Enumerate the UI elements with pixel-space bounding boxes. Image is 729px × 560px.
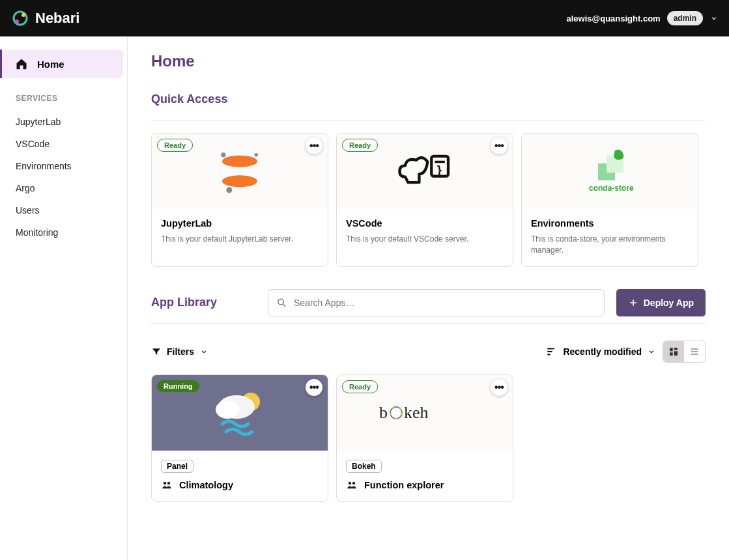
sidebar-section-label: SERVICES: [0, 90, 127, 111]
more-button[interactable]: •••: [491, 137, 507, 154]
quick-access-title: Quick Access: [151, 92, 706, 106]
svg-point-23: [164, 481, 167, 484]
svg-point-4: [222, 175, 257, 187]
svg-point-22: [216, 400, 239, 419]
bokeh-icon: b keh: [379, 400, 470, 426]
sidebar-item-users[interactable]: Users: [0, 199, 127, 221]
product-logo[interactable]: Nebari: [10, 8, 79, 28]
grid-icon: [668, 346, 679, 357]
card-title: Environments: [531, 218, 689, 229]
search-field[interactable]: [268, 289, 605, 316]
filters-label: Filters: [167, 346, 194, 357]
framework-tag: Bokeh: [346, 460, 382, 473]
sidebar-item-argo[interactable]: Argo: [0, 177, 127, 199]
card-desc: This is your default JupyterLab server.: [161, 234, 319, 245]
weather-icon: [204, 384, 276, 442]
svg-point-1: [15, 20, 19, 23]
quick-card-environments[interactable]: conda-store Environments This is conda-s…: [521, 133, 698, 267]
deploy-app-button[interactable]: Deploy App: [616, 289, 706, 316]
sidebar-item-environments[interactable]: Environments: [0, 155, 127, 177]
search-icon: [276, 297, 287, 309]
svg-point-24: [167, 481, 171, 484]
quick-access-row: Ready ••• JupyterLab This is your defaul…: [151, 133, 706, 267]
more-button[interactable]: •••: [306, 379, 322, 396]
svg-rect-17: [674, 348, 678, 350]
home-icon: [15, 57, 28, 70]
library-header: App Library Deploy App: [151, 289, 706, 316]
view-toggle: [663, 341, 706, 363]
sidebar-item-vscode[interactable]: VSCode: [0, 133, 127, 155]
svg-line-15: [283, 304, 286, 307]
svg-text:conda-store: conda-store: [589, 184, 634, 193]
filter-row: Filters Recently modified: [151, 335, 706, 374]
svg-text:keh: keh: [404, 403, 429, 422]
app-card-function-explorer[interactable]: Ready ••• b keh Bokeh Function explorer: [336, 374, 513, 502]
svg-text:}: }: [437, 163, 442, 176]
nebari-logo-icon: [10, 8, 30, 28]
app-name: Climatology: [179, 480, 233, 490]
card-desc: This is your default VSCode server.: [346, 234, 504, 245]
user-menu[interactable]: alewis@quansight.com admin: [567, 11, 719, 25]
divider: [151, 120, 706, 121]
list-icon: [689, 346, 700, 357]
framework-tag: Panel: [161, 460, 193, 473]
sort-label: Recently modified: [563, 346, 642, 357]
svg-point-2: [21, 13, 25, 17]
divider: [151, 323, 706, 324]
app-card-climatology[interactable]: Running ••• Panel Climatology: [151, 374, 328, 502]
sidebar: Home SERVICES JupyterLab VSCode Environm…: [0, 36, 128, 560]
sort-button[interactable]: Recently modified: [546, 346, 656, 357]
filter-icon: [151, 346, 162, 357]
status-badge: Ready: [157, 139, 193, 152]
jupyter-icon: [210, 142, 269, 201]
quick-card-vscode[interactable]: Ready ••• } VSCode This is your default …: [336, 133, 513, 267]
chevron-down-icon: [199, 347, 208, 356]
svg-rect-19: [670, 352, 673, 356]
card-hero: Ready •••: [152, 133, 328, 209]
card-title: VSCode: [346, 218, 504, 229]
svg-point-30: [349, 481, 352, 484]
conda-store-icon: conda-store: [577, 145, 642, 197]
more-button[interactable]: •••: [491, 379, 507, 396]
more-button[interactable]: •••: [306, 137, 322, 154]
view-list-button[interactable]: [684, 341, 705, 362]
sort-icon: [546, 346, 558, 357]
svg-point-5: [221, 152, 225, 157]
chevron-down-icon: [647, 347, 656, 356]
sidebar-item-jupyterlab[interactable]: JupyterLab: [0, 111, 127, 133]
status-badge: Running: [157, 380, 199, 392]
svg-rect-16: [670, 348, 673, 351]
svg-rect-18: [674, 351, 678, 356]
card-hero: conda-store: [522, 133, 698, 209]
filters-button[interactable]: Filters: [151, 346, 208, 357]
shared-icon: [161, 479, 173, 491]
sidebar-home-label: Home: [37, 59, 64, 70]
library-title: App Library: [151, 296, 217, 309]
quick-card-jupyterlab[interactable]: Ready ••• JupyterLab This is your defaul…: [151, 133, 328, 267]
app-library-row: Running ••• Panel Climatology: [151, 374, 706, 502]
role-badge: admin: [667, 11, 703, 25]
plus-icon: [628, 298, 638, 308]
deploy-app-label: Deploy App: [644, 298, 694, 308]
app-name: Function explorer: [364, 480, 444, 490]
svg-point-6: [255, 153, 258, 156]
page-title: Home: [151, 52, 706, 70]
svg-point-7: [226, 187, 232, 193]
card-hero: Ready ••• b keh: [337, 375, 513, 451]
chevron-down-icon: [709, 14, 719, 23]
view-grid-button[interactable]: [663, 341, 684, 362]
status-badge: Ready: [342, 139, 378, 152]
sidebar-item-monitoring[interactable]: Monitoring: [0, 221, 127, 244]
code-server-icon: }: [395, 152, 454, 191]
svg-point-3: [222, 156, 257, 167]
sidebar-item-home[interactable]: Home: [0, 49, 123, 78]
svg-text:b: b: [379, 403, 388, 422]
svg-point-31: [352, 481, 356, 484]
user-email: alewis@quansight.com: [567, 14, 661, 23]
card-hero: Running •••: [152, 375, 328, 451]
svg-point-14: [278, 299, 284, 305]
card-hero: Ready ••• }: [337, 133, 513, 209]
search-input[interactable]: [294, 298, 596, 308]
product-name: Nebari: [35, 10, 79, 27]
shared-icon: [346, 479, 358, 491]
